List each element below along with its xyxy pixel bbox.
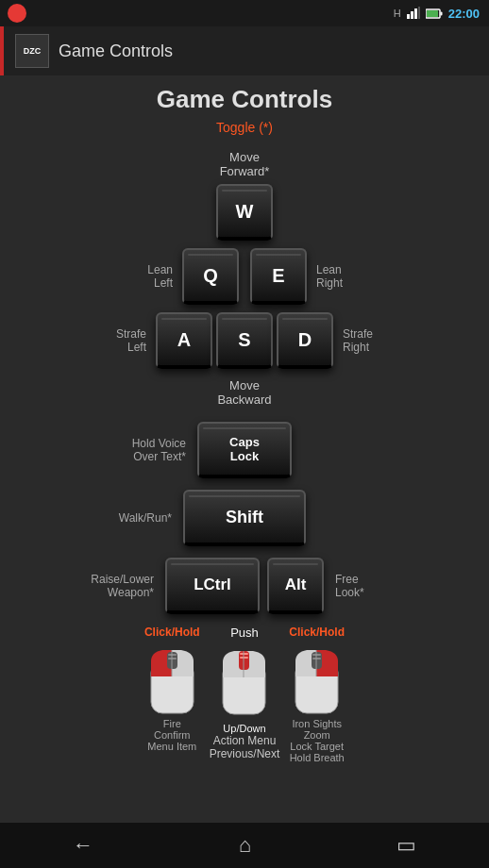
key-lctrl[interactable]: LCtrl — [165, 558, 260, 614]
status-bar: H 22:00 — [0, 0, 489, 26]
page-title: Game Controls — [0, 85, 489, 114]
left-click-label: Click/Hold — [144, 626, 200, 639]
main-content: Game Controls Toggle (*) MoveForward* W … — [0, 75, 489, 823]
key-cluster: MoveForward* W LeanLeft Q E LeanRight St… — [0, 150, 489, 410]
home-button[interactable]: ⌂ — [239, 833, 251, 858]
lean-left-label: LeanLeft — [114, 263, 180, 290]
key-w[interactable]: W — [216, 184, 273, 241]
right-mouse-actions: Iron SightsZoomLock TargetHold Breath — [290, 718, 345, 763]
toggle-label: Toggle (*) — [0, 120, 489, 135]
status-left — [8, 4, 26, 23]
strafe-left-label: StrafeLeft — [88, 327, 154, 354]
key-shift[interactable]: Shift — [183, 490, 306, 546]
key-a[interactable]: A — [156, 312, 212, 369]
bottom-nav: ← ⌂ ▭ — [0, 823, 489, 868]
walk-run-label: Walk/Run* — [19, 511, 181, 525]
svg-rect-6 — [427, 10, 438, 17]
asd-row: StrafeLeft A S D StrafeRight — [88, 310, 401, 371]
right-mouse-icon — [291, 643, 343, 718]
key-capslock[interactable]: CapsLock — [197, 422, 292, 478]
battery-icon — [426, 8, 443, 19]
free-look-label: FreeLook* — [326, 573, 470, 599]
signal-bars-icon — [407, 7, 420, 20]
key-s[interactable]: S — [216, 312, 273, 369]
notification-dot — [8, 4, 26, 23]
right-mouse-col: Click/Hold Iron SightsZoomLock TargetHol… — [289, 626, 345, 763]
hold-voice-label: Hold VoiceOver Text* — [19, 437, 195, 463]
left-mouse-icon — [146, 643, 198, 718]
caps-row: Hold VoiceOver Text* CapsLock — [0, 420, 489, 480]
signal-icon: H — [394, 8, 401, 19]
mouse-section: Click/Hold FireConfirmMenu Item Push — [0, 626, 489, 763]
svg-rect-0 — [407, 14, 410, 19]
key-q[interactable]: Q — [182, 248, 239, 305]
strafe-right-label: StrafeRight — [335, 327, 401, 354]
key-d[interactable]: D — [277, 312, 333, 369]
svg-rect-2 — [414, 8, 417, 19]
w-row: W — [214, 182, 275, 242]
svg-rect-5 — [440, 11, 442, 15]
action-menu-label: Action MenuPrevious/Next — [210, 734, 280, 760]
ctrl-alt-row: Raise/LowerWeapon* LCtrl Alt FreeLook* — [0, 556, 489, 616]
move-backward-label: MoveBackward — [217, 378, 271, 407]
key-alt[interactable]: Alt — [267, 558, 324, 614]
updown-label: Up/Down — [223, 723, 265, 734]
left-mouse-col: Click/Hold FireConfirmMenu Item — [144, 626, 200, 752]
key-e[interactable]: E — [250, 248, 307, 305]
top-bar: DZC Game Controls — [0, 26, 489, 75]
top-bar-title: Game Controls — [59, 42, 173, 61]
right-click-label: Click/Hold — [289, 626, 345, 639]
qe-row: LeanLeft Q E LeanRight — [114, 246, 375, 307]
move-forward-label: MoveForward* — [220, 150, 270, 178]
app-logo: DZC — [15, 34, 49, 68]
svg-rect-1 — [411, 11, 413, 19]
raise-lower-label: Raise/LowerWeapon* — [19, 573, 163, 599]
status-time: 22:00 — [448, 7, 480, 21]
left-mouse-actions: FireConfirmMenu Item — [147, 718, 196, 752]
middle-mouse-icon — [218, 643, 270, 719]
recent-button[interactable]: ▭ — [396, 833, 416, 858]
svg-rect-3 — [418, 7, 420, 19]
shift-row: Walk/Run* Shift — [0, 488, 489, 548]
lean-right-label: LeanRight — [309, 263, 375, 290]
back-button[interactable]: ← — [73, 833, 93, 858]
push-label: Push — [230, 626, 259, 640]
middle-mouse-col: Push Up/Down Action MenuPrevious/Next — [210, 626, 280, 760]
